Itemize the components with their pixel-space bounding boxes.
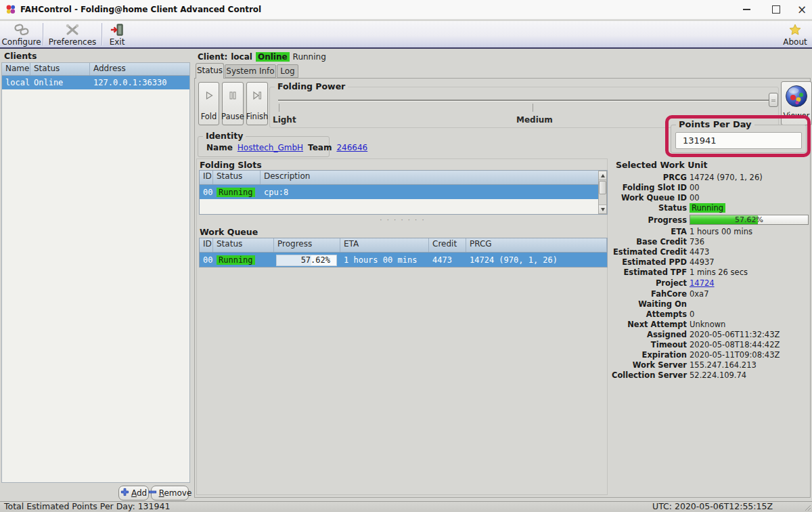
app-icon <box>5 4 16 15</box>
folding-power-title: Folding Power <box>275 81 348 91</box>
swu-field-value: 1 hours 00 mins <box>690 227 752 236</box>
slot-description-cell: cpu:8 <box>261 188 607 197</box>
identity-title: Identity <box>203 131 246 141</box>
queue-column-eta[interactable]: ETA <box>340 238 429 252</box>
identity-team-link[interactable]: 246646 <box>336 143 367 152</box>
fahcontrol-window: { "window": { "title": "FAHControl - Fol… <box>0 0 812 512</box>
swu-field-label: FahCore <box>612 289 690 299</box>
add-client-button[interactable]: Add <box>118 486 149 500</box>
slots-scrollbar[interactable] <box>598 171 607 214</box>
clients-column-address[interactable]: Address <box>90 63 189 75</box>
maximize-icon <box>772 5 780 14</box>
exit-door-icon <box>110 22 125 37</box>
tab-system-info[interactable]: System Info <box>225 64 276 78</box>
swu-field-value: 2020-05-08T18:44:42Z <box>690 340 780 349</box>
minimize-button[interactable] <box>734 0 759 19</box>
power-label-light: Light <box>273 115 296 125</box>
swu-field-value: 00 <box>690 193 700 202</box>
swu-field-label: Project <box>612 278 690 288</box>
queue-column-progress[interactable]: Progress <box>274 238 340 252</box>
swu-field-row: FahCore0xa7 <box>612 289 811 299</box>
pause-button[interactable]: Pause <box>222 82 244 125</box>
scroll-down-arrow[interactable] <box>599 205 606 213</box>
slot-status-cell: Running <box>213 188 261 197</box>
queue-column-id[interactable]: ID <box>200 238 213 252</box>
queue-progress-bar: 57.62% <box>276 255 337 266</box>
remove-client-button[interactable]: Remove <box>151 486 189 500</box>
swu-field-value: 2020-05-11T09:08:43Z <box>690 350 780 360</box>
swu-field-row: Collection Server52.224.109.74 <box>612 370 811 380</box>
swu-field-label: Collection Server <box>612 370 690 380</box>
scroll-up-arrow[interactable] <box>599 171 606 180</box>
play-icon <box>204 91 214 102</box>
viewer-button[interactable]: Viewer <box>781 81 812 125</box>
finish-label: Finish <box>246 112 269 121</box>
client-name-cell: local <box>2 78 30 87</box>
configure-links-icon <box>14 22 30 37</box>
swu-field-row: PRCG14724 (970, 1, 26) <box>612 172 811 182</box>
viewer-label: Viewer <box>783 111 809 121</box>
swu-field-label: Expiration <box>612 350 690 360</box>
swu-field-label: PRCG <box>612 173 690 182</box>
slot-row-00[interactable]: 00 Running cpu:8 <box>200 185 607 199</box>
identity-name-link[interactable]: Hosttech_GmbH <box>238 143 303 152</box>
swu-field-row: Base Credit736 <box>612 236 811 247</box>
scrollbar-thumb[interactable] <box>599 181 606 194</box>
folding-slots-table: ID Status Description 00 Running cpu:8 <box>199 170 608 215</box>
swu-field-label: Assigned <box>612 330 690 339</box>
swu-field-value: 14724 (970, 1, 26) <box>690 173 763 182</box>
work-queue-title: Work Queue <box>200 227 258 237</box>
power-label-medium: Medium <box>516 115 553 125</box>
queue-row-00[interactable]: 00 Running 57.62% 1 hours 00 mins 4473 1… <box>200 253 607 268</box>
power-tick-light <box>279 104 279 112</box>
swu-field-row: Project14724 <box>612 277 811 289</box>
swu-field-row: Assigned2020-05-06T11:32:43Z <box>612 329 811 339</box>
preferences-button[interactable]: Preferences <box>43 21 102 47</box>
slots-column-id[interactable]: ID <box>200 171 213 184</box>
swu-field-row: Estimated Credit4473 <box>612 247 811 257</box>
about-button[interactable]: About <box>780 21 811 47</box>
exit-button[interactable]: Exit <box>102 21 132 47</box>
configure-button[interactable]: Configure <box>0 21 43 47</box>
fold-label: Fold <box>201 112 217 121</box>
swu-field-label: Status <box>612 203 690 213</box>
client-row-local[interactable]: local Online 127.0.0.1:36330 <box>2 76 189 89</box>
power-slider-track[interactable] <box>278 100 773 101</box>
points-per-day-group: Points Per Day 131941 <box>671 125 807 153</box>
queue-column-credit[interactable]: Credit <box>429 238 466 252</box>
swu-project-link[interactable]: 14724 <box>690 278 715 288</box>
power-slider-handle[interactable] <box>769 93 778 107</box>
swu-field-value: 00 <box>690 183 700 192</box>
clients-column-status[interactable]: Status <box>30 63 90 75</box>
points-per-day-title: Points Per Day <box>676 119 754 129</box>
fold-button[interactable]: Fold <box>198 82 219 125</box>
queue-column-status[interactable]: Status <box>213 238 274 252</box>
queue-column-prcg[interactable]: PRCG <box>466 238 607 252</box>
slots-column-description[interactable]: Description <box>261 171 607 184</box>
queue-id-cell: 00 <box>200 255 213 265</box>
toolbar: Configure Preferences Exit About <box>0 21 812 49</box>
swu-field-row: Estimated TPF1 mins 26 secs <box>612 267 811 277</box>
swu-field-label: ETA <box>612 227 690 236</box>
configure-label: Configure <box>1 37 41 47</box>
clients-column-name[interactable]: Name <box>2 63 30 75</box>
client-online-badge: Online <box>256 52 290 62</box>
queue-credit-cell: 4473 <box>429 255 466 265</box>
pane-splitter-handle[interactable]: · · · · · · · <box>372 218 433 223</box>
work-queue-header: ID Status Progress ETA Credit PRCG <box>200 238 607 253</box>
star-icon <box>788 22 802 37</box>
identity-group: Identity Name Hosttech_GmbH Team 246646 <box>198 136 330 157</box>
maximize-button[interactable] <box>764 0 788 19</box>
slots-column-status[interactable]: Status <box>213 171 261 184</box>
swu-field-label: Attempts <box>612 310 690 319</box>
tab-status[interactable]: Status <box>196 63 224 79</box>
clients-panel-title: Clients <box>4 51 37 61</box>
clients-table: Name Status Address local Online 127.0.0… <box>1 62 190 483</box>
close-button[interactable]: × <box>792 0 812 19</box>
swu-field-value: 155.247.164.213 <box>690 360 757 370</box>
clients-table-header: Name Status Address <box>2 63 189 76</box>
finish-button[interactable]: Finish <box>246 82 268 125</box>
slot-id-cell: 00 <box>200 188 213 197</box>
tab-log[interactable]: Log <box>277 64 298 78</box>
swu-field-label: Work Queue ID <box>612 193 690 202</box>
